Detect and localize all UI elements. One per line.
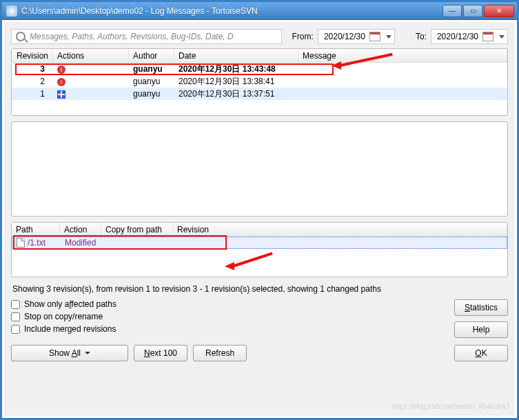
modified-icon: !: [57, 78, 65, 86]
from-date-value: 2020/12/30: [324, 32, 365, 41]
refresh-button[interactable]: Refresh: [193, 345, 247, 361]
cell-author: guanyu: [129, 77, 174, 86]
cell-revision: 3: [12, 64, 53, 74]
chevron-down-icon: [386, 35, 391, 39]
added-icon: [57, 90, 65, 99]
to-date-picker[interactable]: 2020/12/30: [431, 29, 508, 44]
include-merged-checkbox[interactable]: Include merged revisions: [11, 324, 116, 334]
calendar-icon: [369, 32, 380, 41]
header-revision[interactable]: Revision: [12, 49, 53, 62]
cell-revision: 2: [12, 77, 53, 86]
from-date-picker[interactable]: 2020/12/30: [318, 29, 395, 44]
dialog-body: Messages, Paths, Authors, Revisions, Bug…: [4, 22, 515, 416]
cell-actions: !: [53, 77, 129, 86]
message-panel[interactable]: [11, 121, 508, 217]
revision-row[interactable]: 3 ! guanyu 2020年12月30日 13:43:48: [12, 63, 507, 75]
cell-author: guanyu: [129, 89, 174, 99]
changed-files-panel: Path Action Copy from path Revision /1.t…: [11, 222, 508, 277]
header-copy[interactable]: Copy from path: [101, 223, 173, 236]
file-icon: [17, 238, 25, 248]
cell-author: guanyu: [129, 64, 174, 74]
search-placeholder: Messages, Paths, Authors, Revisions, Bug…: [30, 32, 234, 41]
header-message[interactable]: Message: [298, 49, 507, 62]
titlebar: C:\Users\admin\Desktop\demo02 - Log Mess…: [2, 2, 517, 20]
show-all-button[interactable]: Show All: [11, 345, 128, 361]
files-header: Path Action Copy from path Revision: [12, 223, 507, 237]
revision-list-header: Revision Actions Author Date Message: [12, 49, 507, 63]
next-100-button[interactable]: Next 100: [134, 345, 187, 361]
watermark: https://blog.csdn.net/weixin_46460843: [392, 403, 509, 410]
cell-action: Modified: [61, 238, 102, 248]
statistics-button[interactable]: Statistics: [454, 299, 508, 316]
from-label: From:: [286, 32, 314, 41]
to-label: To:: [399, 32, 427, 41]
cell-date: 2020年12月30日 13:37:51: [174, 88, 298, 100]
calendar-icon: [482, 32, 493, 41]
chevron-down-icon: [85, 352, 90, 354]
window-controls: — ▭ ✕: [442, 5, 517, 17]
header-date[interactable]: Date: [174, 49, 298, 62]
search-icon: [16, 32, 26, 41]
maximize-button[interactable]: ▭: [463, 5, 482, 17]
cell-date: 2020年12月30日 13:43:48: [174, 63, 298, 75]
header-author[interactable]: Author: [129, 49, 174, 62]
bottom-section: Showing 3 revision(s), from revision 1 t…: [11, 284, 508, 361]
revision-row[interactable]: 2 ! guanyu 2020年12月30日 13:38:41: [12, 75, 507, 88]
path-text: /1.txt: [28, 238, 45, 248]
cell-path: /1.txt: [12, 238, 61, 248]
to-date-value: 2020/12/30: [437, 32, 478, 41]
ok-button[interactable]: OK: [454, 345, 508, 361]
chevron-down-icon: [499, 35, 505, 39]
header-action[interactable]: Action: [60, 223, 101, 236]
minimize-button[interactable]: —: [442, 5, 462, 17]
filter-bar: Messages, Paths, Authors, Revisions, Bug…: [11, 29, 508, 44]
app-icon: [6, 6, 17, 17]
file-row[interactable]: /1.txt Modified: [12, 237, 507, 249]
help-button[interactable]: Help: [454, 321, 508, 338]
revision-row[interactable]: 1 guanyu 2020年12月30日 13:37:51: [12, 88, 507, 100]
stop-on-copy-checkbox[interactable]: Stop on copy/rename: [11, 312, 116, 321]
header-actions[interactable]: Actions: [53, 49, 129, 62]
status-text: Showing 3 revision(s), from revision 1 t…: [12, 284, 507, 294]
window-title: C:\Users\admin\Desktop\demo02 - Log Mess…: [20, 6, 442, 16]
cell-actions: !: [53, 64, 129, 74]
close-button[interactable]: ✕: [484, 5, 514, 17]
header-path[interactable]: Path: [12, 223, 60, 236]
revision-list: Revision Actions Author Date Message 3 !…: [11, 48, 508, 116]
search-input[interactable]: Messages, Paths, Authors, Revisions, Bug…: [11, 29, 282, 44]
cell-actions: [53, 89, 129, 99]
cell-date: 2020年12月30日 13:38:41: [174, 76, 298, 88]
modified-icon: !: [57, 66, 65, 74]
window: C:\Users\admin\Desktop\demo02 - Log Mess…: [0, 0, 519, 420]
cell-revision: 1: [12, 89, 53, 99]
show-affected-checkbox[interactable]: Show only affected paths: [11, 299, 116, 309]
header-rev[interactable]: Revision: [173, 223, 507, 236]
